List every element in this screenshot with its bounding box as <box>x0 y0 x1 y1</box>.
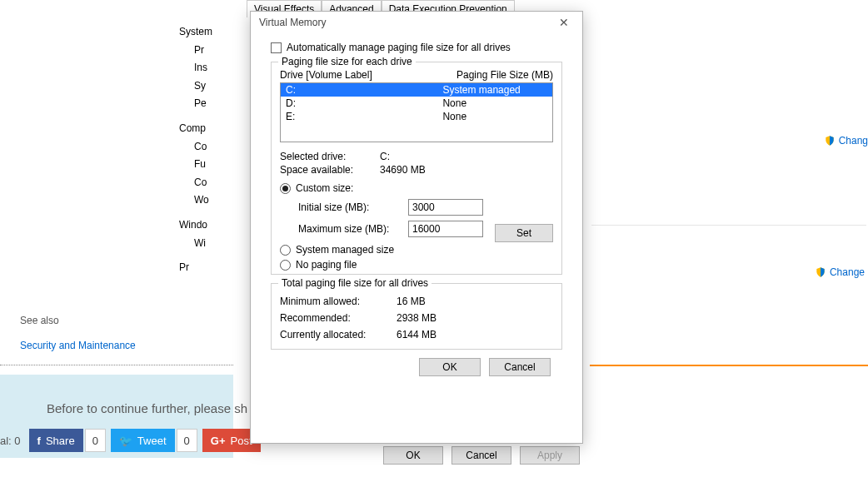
facebook-icon: f <box>37 435 41 447</box>
currently-allocated-label: Currently allocated: <box>280 329 397 340</box>
twitter-tweet-button[interactable]: 🐦 Tweet <box>111 429 175 452</box>
ok-button[interactable]: OK <box>419 358 481 376</box>
selected-drive-label: Selected drive: <box>280 151 380 162</box>
virtual-memory-dialog: Virtual Memory ✕ Automatically manage pa… <box>250 11 583 444</box>
parent-apply-button: Apply <box>520 446 580 465</box>
auto-manage-checkbox[interactable] <box>271 42 282 53</box>
close-button[interactable]: ✕ <box>554 16 574 29</box>
bg-label-pr: Pr <box>179 259 233 277</box>
maximum-size-label: Maximum size (MB): <box>298 223 398 235</box>
parent-dialog-buttons: OK Cancel Apply <box>383 446 580 465</box>
custom-size-radio[interactable] <box>280 183 291 194</box>
close-icon: ✕ <box>559 16 569 29</box>
bg-item: Fu <box>194 156 233 174</box>
drive-list-header: Drive [Volume Label] Paging File Size (M… <box>280 69 553 81</box>
recommended-value: 2938 MB <box>397 312 436 324</box>
drive-row[interactable]: D: None <box>281 97 552 110</box>
recommended-row: Recommended: 2938 MB <box>280 312 553 324</box>
drive-status: System managed <box>442 84 547 96</box>
bg-item: Wo <box>194 191 233 210</box>
bg-item: Pr <box>194 42 233 60</box>
drive-list[interactable]: C: System managed D: None E: None <box>280 82 553 142</box>
system-managed-radio[interactable] <box>280 245 291 256</box>
recommended-label: Recommended: <box>280 312 397 324</box>
dialog-titlebar: Virtual Memory ✕ <box>251 12 582 33</box>
parent-cancel-button[interactable]: Cancel <box>451 446 511 465</box>
minimum-allowed-row: Minimum allowed: 16 MB <box>280 296 553 307</box>
initial-size-input[interactable] <box>408 199 483 216</box>
drive-row[interactable]: E: None <box>281 110 552 123</box>
bg-item: Pe <box>194 95 233 113</box>
tweet-label: Tweet <box>137 435 167 447</box>
col-size-label: Paging File Size (MB) <box>456 69 553 81</box>
drive-status: None <box>442 111 547 122</box>
drive-label: E: <box>286 111 442 122</box>
system-managed-label: System managed size <box>296 244 394 256</box>
parent-ok-button[interactable]: OK <box>383 446 443 465</box>
col-drive-label: Drive [Volume Label] <box>280 69 372 81</box>
set-button[interactable]: Set <box>495 224 553 242</box>
no-paging-label: No paging file <box>296 259 357 271</box>
minimum-allowed-label: Minimum allowed: <box>280 296 397 307</box>
twitter-icon: 🐦 <box>119 435 132 447</box>
space-available-row: Space available: 34690 MB <box>280 164 553 176</box>
change-link-text: Chang <box>839 135 868 147</box>
per-drive-group-title: Paging file size for each drive <box>278 56 416 67</box>
space-available-value: 34690 MB <box>380 164 426 176</box>
continue-banner-text: Before to continue further, please sh <box>47 401 247 415</box>
facebook-share-button[interactable]: f Share <box>29 429 83 452</box>
shield-icon <box>824 135 836 147</box>
social-row: al: 0 f Share 0 🐦 Tweet 0 G+ Post <box>0 429 261 452</box>
googleplus-icon: G+ <box>211 435 226 447</box>
drive-row[interactable]: C: System managed <box>281 83 552 97</box>
maximum-size-input[interactable] <box>408 221 483 237</box>
currently-allocated-value: 6144 MB <box>397 329 436 340</box>
see-also-section: See also Security and Maintenance <box>20 315 136 351</box>
no-paging-radio[interactable] <box>280 260 291 271</box>
dotted-divider <box>0 365 233 365</box>
selected-drive-row: Selected drive: C: <box>280 151 553 162</box>
dialog-footer-buttons: OK Cancel <box>271 358 562 376</box>
total-paging-group: Total paging file size for all drives Mi… <box>271 283 562 350</box>
background-system-section: System Pr Ins Sy Pe Comp Co Fu Co Wo Win… <box>0 0 233 277</box>
bg-item: Ins <box>194 59 233 77</box>
initial-size-label: Initial size (MB): <box>298 201 398 213</box>
drive-label: C: <box>286 84 442 96</box>
custom-size-label: Custom size: <box>296 182 353 194</box>
auto-manage-row[interactable]: Automatically manage paging file size fo… <box>271 42 562 53</box>
bg-label-system: System <box>179 23 233 42</box>
bg-item: Wi <box>194 235 233 253</box>
currently-allocated-row: Currently allocated: 6144 MB <box>280 329 553 340</box>
total-paging-group-title: Total paging file size for all drives <box>278 277 432 289</box>
shield-icon <box>815 266 826 278</box>
cancel-button[interactable]: Cancel <box>489 358 551 376</box>
change-p-link[interactable]: Change p <box>815 266 868 278</box>
bg-item: Sy <box>194 77 233 96</box>
change-p-link-text: Change p <box>830 266 868 278</box>
drive-status: None <box>442 97 547 109</box>
per-drive-group: Paging file size for each drive Drive [V… <box>271 62 562 275</box>
space-available-label: Space available: <box>280 164 380 176</box>
selected-drive-value: C: <box>380 151 390 162</box>
tweet-count: 0 <box>177 429 197 452</box>
auto-manage-label: Automatically manage paging file size fo… <box>287 42 511 53</box>
post-label: Post <box>231 435 252 447</box>
orange-divider <box>590 365 868 366</box>
dialog-title: Virtual Memory <box>259 17 326 28</box>
bg-item: Co <box>194 138 233 157</box>
security-maintenance-link[interactable]: Security and Maintenance <box>20 340 136 351</box>
initial-size-row: Initial size (MB): <box>298 199 553 216</box>
bg-label-windo: Windo <box>179 216 233 235</box>
minimum-allowed-value: 16 MB <box>397 296 426 307</box>
share-count: 0 <box>85 429 106 452</box>
change-link[interactable]: Chang <box>824 135 868 147</box>
bg-label-comp: Comp <box>179 120 233 138</box>
custom-size-radio-row[interactable]: Custom size: <box>280 182 553 194</box>
see-also-heading: See also <box>20 315 136 326</box>
bg-item: Co <box>194 174 233 192</box>
drive-label: D: <box>286 97 442 109</box>
share-label: Share <box>46 435 75 447</box>
social-prefix: al: 0 <box>0 435 21 447</box>
